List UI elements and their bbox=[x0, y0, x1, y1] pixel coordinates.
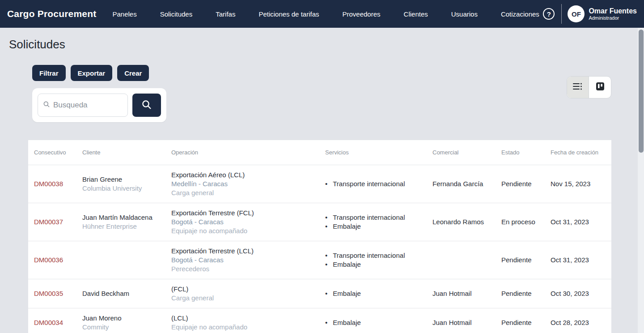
kanban-view-button[interactable] bbox=[589, 77, 611, 98]
solicitudes-table: Consecutivo Cliente Operación Servicios … bbox=[28, 140, 611, 333]
status-label: Pendiente bbox=[501, 289, 551, 298]
nav-item-proveedores[interactable]: Proveedores bbox=[342, 10, 380, 18]
comercial-name: Juan Hotmail bbox=[432, 289, 501, 298]
table-row[interactable]: DM00034 Juan Moreno Commity (LCL) Equipa… bbox=[28, 308, 611, 333]
nav-item-clientes[interactable]: Clientes bbox=[404, 10, 428, 18]
column-header-comercial: Comercial bbox=[432, 149, 501, 156]
column-header-cliente: Cliente bbox=[82, 149, 171, 156]
consecutivo-link[interactable]: DM00036 bbox=[34, 256, 63, 264]
operation-route: Medellín - Caracas bbox=[171, 179, 325, 188]
client-company: Commity bbox=[82, 323, 171, 332]
operation-type: Exportación Terrestre (FCL) bbox=[171, 209, 325, 218]
help-icon[interactable]: ? bbox=[543, 8, 555, 20]
service-item: Transporte internacional bbox=[325, 179, 432, 188]
list-view-icon bbox=[573, 82, 583, 92]
nav-item-solicitudes[interactable]: Solicitudes bbox=[160, 10, 193, 18]
operation-cargo: Equipaje no acompañado bbox=[171, 323, 325, 332]
table-row[interactable]: DM00035 David Beckham (FCL) Carga genera… bbox=[28, 279, 611, 308]
creation-date: Oct 31, 2023 bbox=[551, 218, 608, 226]
column-header-fecha: Fecha de creación bbox=[551, 149, 608, 156]
client-name: Brian Greene bbox=[82, 175, 171, 184]
status-label: Pendiente bbox=[501, 318, 551, 327]
nav-item-paneles[interactable]: Paneles bbox=[112, 10, 136, 18]
operation-cargo: Carga general bbox=[171, 188, 325, 197]
nav-item-usuarios[interactable]: Usuarios bbox=[451, 10, 478, 18]
page-title: Solicitudes bbox=[9, 38, 644, 51]
vertical-scrollbar-thumb[interactable] bbox=[639, 30, 644, 153]
client-name: David Beckham bbox=[82, 289, 171, 298]
service-item: Embalaje bbox=[325, 260, 432, 269]
status-label: Pendiente bbox=[501, 179, 551, 188]
table-row[interactable]: DM00036 Exportación Terrestre (LCL) Bogo… bbox=[28, 241, 611, 279]
search-input[interactable] bbox=[53, 101, 122, 110]
operation-route: Bogotá - Caracas bbox=[171, 218, 325, 226]
table-header: Consecutivo Cliente Operación Servicios … bbox=[28, 140, 611, 165]
search-icon bbox=[43, 101, 50, 109]
view-toggle bbox=[567, 76, 611, 98]
operation-type: Exportación Aéreo (LCL) bbox=[171, 171, 325, 179]
column-header-consecutivo: Consecutivo bbox=[34, 149, 82, 156]
client-name: Juan Moreno bbox=[82, 314, 171, 323]
creation-date: Oct 28, 2023 bbox=[551, 318, 608, 327]
status-label: En proceso bbox=[501, 218, 551, 226]
kanban-view-icon bbox=[596, 82, 605, 93]
service-item: Transporte internacional bbox=[325, 251, 432, 260]
consecutivo-link[interactable]: DM00037 bbox=[34, 218, 63, 226]
service-item: Embalaje bbox=[325, 318, 432, 327]
main-content: Solicitudes Filtrar Exportar Crear bbox=[0, 28, 644, 333]
main-nav: Paneles Solicitudes Tarifas Peticiones d… bbox=[112, 10, 539, 18]
consecutivo-link[interactable]: DM00038 bbox=[34, 180, 63, 188]
nav-item-peticiones-de-tarifas[interactable]: Peticiones de tarifas bbox=[258, 10, 319, 18]
top-navbar: Cargo Procurement Paneles Solicitudes Ta… bbox=[0, 0, 644, 28]
search-card bbox=[32, 88, 166, 122]
comercial-name: Leonardo Ramos bbox=[432, 218, 501, 226]
column-header-servicios: Servicios bbox=[325, 149, 432, 156]
operation-cargo: Equipaje no acompañado bbox=[171, 226, 325, 235]
comercial-name: Juan Hotmail bbox=[432, 318, 501, 327]
create-button[interactable]: Crear bbox=[117, 65, 149, 81]
service-item: Transporte internacional bbox=[325, 213, 432, 222]
user-info[interactable]: Omar Fuentes Administrador bbox=[589, 7, 637, 21]
operation-type: (FCL) bbox=[171, 285, 325, 294]
table-row[interactable]: DM00037 Juan Martín Maldacena Hühner Ent… bbox=[28, 203, 611, 241]
app-logo[interactable]: Cargo Procurement bbox=[7, 9, 96, 19]
toolbar: Filtrar Exportar Crear bbox=[32, 65, 644, 81]
service-item: Embalaje bbox=[325, 289, 432, 298]
nav-item-cotizaciones[interactable]: Cotizaciones bbox=[501, 10, 539, 18]
operation-type: (LCL) bbox=[171, 314, 325, 323]
client-company: Columbia University bbox=[82, 184, 171, 193]
operation-cargo: Perecederos bbox=[171, 265, 325, 273]
client-company: Hühner Enterprise bbox=[82, 222, 171, 231]
list-view-button[interactable] bbox=[567, 77, 589, 98]
operation-route: Bogotá - Caracas bbox=[171, 256, 325, 265]
export-button[interactable]: Exportar bbox=[71, 65, 113, 81]
creation-date: Oct 30, 2023 bbox=[551, 289, 608, 298]
client-name: Juan Martín Maldacena bbox=[82, 213, 171, 222]
search-button[interactable] bbox=[132, 94, 161, 117]
creation-date: Nov 15, 2023 bbox=[551, 179, 608, 188]
user-name: Omar Fuentes bbox=[589, 7, 637, 15]
creation-date: Oct 31, 2023 bbox=[551, 256, 608, 265]
vertical-scrollbar-track[interactable] bbox=[638, 28, 644, 333]
column-header-estado: Estado bbox=[501, 149, 551, 156]
search-field bbox=[38, 94, 128, 117]
service-item: Embalaje bbox=[325, 222, 432, 231]
nav-right-group: ? OF Omar Fuentes Administrador bbox=[543, 4, 637, 24]
user-avatar[interactable]: OF bbox=[568, 5, 585, 22]
nav-item-tarifas[interactable]: Tarifas bbox=[216, 10, 235, 18]
consecutivo-link[interactable]: DM00034 bbox=[34, 319, 63, 326]
user-role: Administrador bbox=[589, 15, 637, 21]
operation-cargo: Carga general bbox=[171, 294, 325, 303]
operation-type: Exportación Terrestre (LCL) bbox=[171, 247, 325, 256]
filter-button[interactable]: Filtrar bbox=[32, 65, 66, 81]
search-icon bbox=[142, 100, 152, 111]
consecutivo-link[interactable]: DM00035 bbox=[34, 290, 63, 297]
status-label: Pendiente bbox=[501, 256, 551, 265]
comercial-name: Fernanda García bbox=[432, 179, 501, 188]
table-row[interactable]: DM00038 Brian Greene Columbia University… bbox=[28, 165, 611, 203]
column-header-operacion: Operación bbox=[171, 149, 325, 156]
nav-divider bbox=[561, 4, 562, 24]
